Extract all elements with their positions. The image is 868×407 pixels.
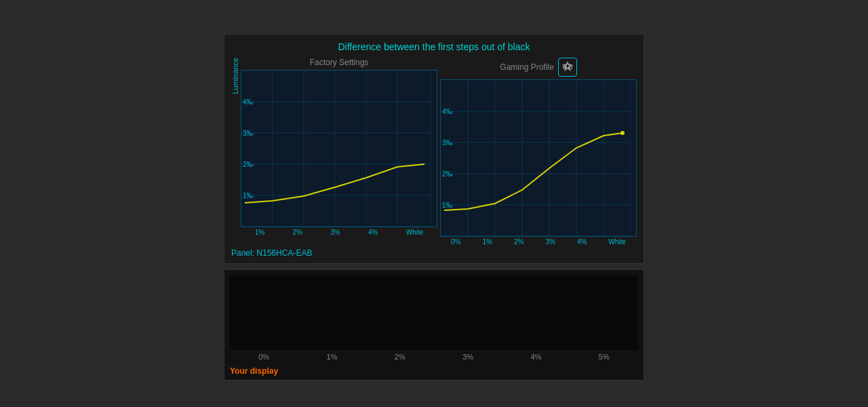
svg-point-35 [620,131,625,135]
charts-wrapper: Factory Settings [241,58,637,246]
svg-text:3‰: 3‰ [442,139,453,147]
factory-x-1: 1% [255,229,264,236]
y-axis-label: Luminance [231,58,239,108]
factory-x-labels: 1% 2% 3% 4% White [241,229,437,236]
svg-text:4‰: 4‰ [442,108,453,115]
display-black-area [230,275,638,350]
gaming-x-labels: 0% 1% 2% 3% 4% White [440,238,637,246]
display-section: 0% 1% 2% 3% 4% 5% Your display [224,269,644,381]
svg-point-17 [569,66,570,67]
chart-section: Difference between the first steps out o… [224,34,644,264]
display-x-0: 0% [258,353,269,361]
display-x-5: 5% [599,353,610,361]
charts-row: Luminance Factory Settings [231,58,637,246]
gaming-x-4: 4% [577,238,587,246]
svg-point-18 [568,67,569,69]
display-x-4: 4% [531,353,542,361]
panel-info: Panel: N156HCA-EAB [231,248,637,263]
factory-x-2: 2% [292,229,302,236]
factory-chart-panel: Factory Settings [241,58,437,246]
display-x-3: 3% [462,353,473,361]
factory-x-3: 3% [330,229,340,236]
gaming-label: Gaming Profile [500,62,553,72]
factory-x-white: White [406,229,424,236]
gaming-chart-panel: Gaming Profile [440,58,637,246]
svg-text:2‰: 2‰ [243,161,254,168]
svg-rect-16 [564,66,566,68]
svg-text:2‰: 2‰ [442,170,453,178]
gaming-x-white: White [608,238,626,246]
gaming-x-0: 0% [451,238,460,246]
gaming-x-2: 2% [514,238,524,246]
chart-title: Difference between the first steps out o… [231,41,637,52]
gaming-chart-header: Gaming Profile [440,58,637,77]
svg-text:4‰: 4‰ [243,98,254,106]
main-container: Difference between the first steps out o… [217,27,651,381]
factory-chart-grid: 4‰ 3‰ 2‰ 1‰ [241,70,437,227]
gaming-profile-icon [558,58,577,77]
factory-x-4: 4% [368,229,378,236]
factory-chart-header: Factory Settings [241,58,437,67]
svg-text:3‰: 3‰ [243,130,254,137]
svg-text:1‰: 1‰ [442,201,453,209]
your-display-label: Your display [224,364,644,380]
gaming-chart-grid: 4‰ 3‰ 2‰ 1‰ [440,79,637,237]
display-x-1: 1% [327,353,338,361]
gaming-x-3: 3% [545,238,555,246]
svg-text:1‰: 1‰ [243,192,254,199]
gaming-x-1: 1% [482,238,492,246]
display-x-labels: 0% 1% 2% 3% 4% 5% [224,350,644,364]
factory-label: Factory Settings [310,58,369,67]
display-x-2: 2% [395,353,406,361]
